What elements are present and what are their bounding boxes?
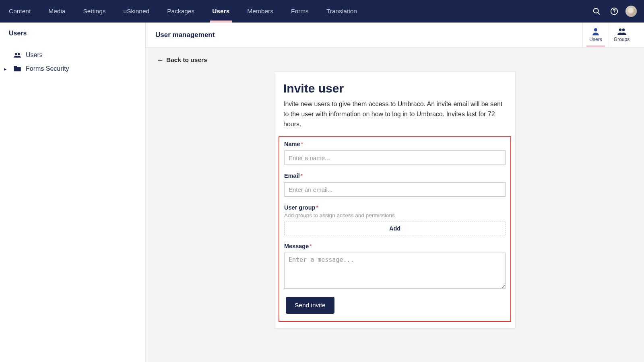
chevron-right-icon: ▸ — [4, 66, 7, 72]
field-name: Name* — [284, 140, 506, 165]
app-body: User management Users Groups ← Back to u… — [146, 23, 644, 362]
folder-icon — [14, 66, 21, 72]
message-label: Message* — [284, 243, 312, 249]
left-sidebar: Users Users ▸ Forms Security — [0, 23, 146, 362]
svg-point-5 — [18, 53, 20, 55]
required-asterisk: * — [316, 204, 318, 211]
email-input[interactable] — [284, 182, 506, 197]
header-tabs: Users Groups — [582, 23, 634, 47]
required-asterisk: * — [301, 141, 303, 147]
label-text: Message — [284, 243, 309, 249]
nav-translation[interactable]: Translation — [318, 0, 366, 23]
nav-label: Content — [9, 8, 31, 15]
nav-label: Forms — [291, 8, 309, 15]
label-text: User group — [284, 204, 315, 211]
nav-content[interactable]: Content — [0, 0, 39, 23]
send-label: Send invite — [295, 302, 326, 309]
name-label: Name* — [284, 141, 303, 147]
svg-point-3 — [614, 12, 615, 13]
help-button[interactable] — [605, 2, 623, 20]
label-text: Email — [284, 173, 300, 179]
back-to-users-link[interactable]: ← Back to users — [157, 56, 207, 64]
sidebar-item-label: Users — [26, 51, 43, 59]
invite-user-card: Invite user Invite new users to give the… — [274, 72, 516, 329]
content-header: User management Users Groups — [146, 23, 644, 47]
label-text: Name — [284, 141, 300, 147]
main-scroll-area: ← Back to users Invite user Invite new u… — [146, 47, 644, 362]
field-email: Email* — [284, 172, 506, 197]
nav-users[interactable]: Users — [203, 0, 238, 23]
avatar-image — [627, 8, 635, 15]
group-icon — [617, 27, 627, 35]
sidebar-item-forms-security[interactable]: ▸ Forms Security — [8, 62, 137, 76]
help-icon — [610, 7, 619, 16]
nav-label: Members — [247, 8, 273, 15]
arrow-left-icon: ← — [157, 57, 164, 64]
svg-line-1 — [598, 12, 599, 14]
svg-point-9 — [619, 29, 621, 31]
invite-heading: Invite user — [283, 82, 506, 95]
nav-label: Translation — [326, 8, 357, 15]
search-button[interactable] — [588, 2, 605, 20]
nav-packages[interactable]: Packages — [158, 0, 203, 23]
form-highlight-box: Name* Email* User group* Add groups to a… — [279, 136, 511, 322]
nav-media[interactable]: Media — [39, 0, 74, 23]
tab-groups[interactable]: Groups — [609, 23, 634, 47]
nav-settings[interactable]: Settings — [74, 0, 115, 23]
field-user-group: User group* Add groups to assign access … — [284, 204, 506, 235]
users-icon — [14, 52, 21, 58]
nav-label: Media — [48, 8, 65, 15]
back-link-label: Back to users — [166, 56, 207, 64]
top-nav-items: Content Media Settings uSkinned Packages… — [0, 0, 366, 23]
nav-members[interactable]: Members — [238, 0, 282, 23]
user-group-label: User group* — [284, 204, 318, 211]
nav-forms[interactable]: Forms — [282, 0, 318, 23]
add-label: Add — [389, 225, 400, 232]
required-asterisk: * — [301, 173, 303, 179]
top-nav: Content Media Settings uSkinned Packages… — [0, 0, 644, 23]
page-title: User management — [155, 31, 215, 39]
user-group-hint: Add groups to assign access and permissi… — [284, 212, 506, 218]
tab-users[interactable]: Users — [583, 23, 609, 47]
nav-label: Users — [212, 8, 229, 15]
send-invite-button[interactable]: Send invite — [286, 297, 334, 314]
svg-point-8 — [594, 28, 597, 31]
sidebar-item-users[interactable]: Users — [8, 48, 137, 62]
name-input[interactable] — [284, 150, 506, 165]
nav-uskinned[interactable]: uSkinned — [115, 0, 159, 23]
search-icon — [592, 7, 601, 16]
required-asterisk: * — [310, 243, 312, 249]
nav-label: Settings — [83, 8, 106, 15]
message-textarea[interactable] — [284, 253, 506, 289]
sidebar-title: Users — [8, 30, 137, 37]
add-user-group-button[interactable]: Add — [284, 222, 506, 235]
nav-label: Packages — [167, 8, 194, 15]
tab-label: Users — [589, 37, 602, 42]
user-avatar[interactable] — [625, 6, 637, 17]
tab-label: Groups — [614, 37, 630, 42]
svg-point-4 — [15, 53, 17, 55]
nav-label: uSkinned — [124, 8, 150, 15]
sidebar-item-label: Forms Security — [26, 65, 69, 72]
svg-rect-7 — [14, 66, 17, 68]
tab-underline — [586, 45, 605, 47]
field-message: Message* — [284, 243, 506, 290]
invite-description: Invite new users to give them access to … — [283, 99, 506, 129]
tab-underline — [613, 45, 631, 47]
svg-point-10 — [622, 29, 624, 31]
email-label: Email* — [284, 173, 303, 179]
user-icon — [591, 27, 600, 35]
